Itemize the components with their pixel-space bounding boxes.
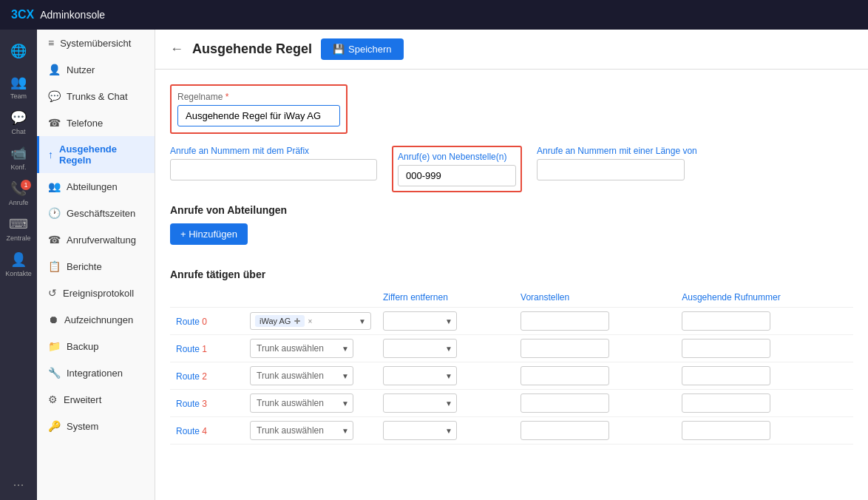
chat-label: Chat <box>11 128 25 135</box>
nav-label-erweitert: Erweitert <box>64 394 101 405</box>
kontakte-icon: 👤 <box>10 251 27 268</box>
top-header: 3CX Adminkonsole <box>0 0 868 30</box>
table-row: Route 0 iWay AG × ▼ ▼ <box>170 308 853 335</box>
voranstellen-input[interactable] <box>521 366 609 385</box>
back-button[interactable]: ← <box>170 41 183 57</box>
nav-item-abteilungen[interactable]: 👥 Abteilungen <box>37 173 155 200</box>
team-label: Team <box>10 92 27 100</box>
trunk-arrow[interactable]: ▼ <box>359 317 366 325</box>
length-label: Anrufe an Nummern mit einer Länge von <box>537 146 697 156</box>
voranstellen-input[interactable] <box>521 311 609 331</box>
sidebar-icon-zentrale[interactable]: ⌨ Zentrale <box>0 211 37 246</box>
trunk-tag-input[interactable]: iWay AG × ▼ <box>250 312 371 330</box>
nav-label-trunks: Trunks & Chat <box>67 91 128 102</box>
trunk-select-wrap: Trunk auswählen ▼ <box>250 366 353 385</box>
main-layout: 🌐 👥 Team 💬 Chat 📹 Konf. 📞 Anrufe 1 ⌨ Zen… <box>0 30 868 500</box>
geschaeft-icon: 🕐 <box>48 207 61 219</box>
team-icon: 👥 <box>10 74 27 90</box>
ziffern-select[interactable] <box>383 393 457 413</box>
route-label: Route 4 <box>176 426 213 436</box>
route-label: Route 1 <box>176 344 213 354</box>
ziffern-select-wrap: ▼ <box>383 339 457 358</box>
anrufe-badge: 1 <box>21 180 31 190</box>
nav-item-geschaeft[interactable]: 🕐 Geschäftszeiten <box>37 200 155 226</box>
extension-input[interactable] <box>398 165 516 186</box>
nav-item-berichte[interactable]: 📋 Berichte <box>37 253 155 280</box>
nav-label-ereignis: Ereignisprotokoll <box>63 288 134 299</box>
rufnummer-input[interactable] <box>682 366 770 385</box>
nav-item-anruf[interactable]: ☎ Anrufverwaltung <box>37 226 155 253</box>
ziffern-select-wrap: ▼ <box>383 421 457 440</box>
nav-item-aufzeich[interactable]: ⏺ Aufzeichnungen <box>37 306 155 333</box>
ziffern-select[interactable] <box>383 339 457 358</box>
page-header: ← Ausgehende Regel 💾 Speichern <box>155 30 868 70</box>
aufzeich-icon: ⏺ <box>48 314 58 325</box>
trunks-icon: 💬 <box>48 90 61 102</box>
rufnummer-input[interactable] <box>682 393 770 413</box>
nav-item-erweitert[interactable]: ⚙ Erweitert <box>37 386 155 413</box>
zentrale-icon: ⌨ <box>9 216 28 232</box>
integ-icon: 🔧 <box>48 367 61 379</box>
nav-item-system[interactable]: ≡ Systemübersicht <box>37 30 155 56</box>
nav-label-nutzer: Nutzer <box>67 64 95 75</box>
voranstellen-input[interactable] <box>521 339 609 358</box>
nav-item-backup[interactable]: 📁 Backup <box>37 333 155 359</box>
svg-rect-1 <box>294 320 300 322</box>
nav-item-nutzer[interactable]: 👤 Nutzer <box>37 56 155 83</box>
trunk-select[interactable]: Trunk auswählen <box>250 366 353 385</box>
ziffern-select[interactable] <box>383 311 457 331</box>
trunk-select-wrap: Trunk auswählen ▼ <box>250 393 353 413</box>
ziffern-select[interactable] <box>383 366 457 385</box>
berichte-icon: 📋 <box>48 260 61 272</box>
save-button[interactable]: 💾 Speichern <box>321 38 404 60</box>
nav-label-integ: Integrationen <box>67 368 123 379</box>
rufnummer-input[interactable] <box>682 311 770 331</box>
extension-label: Anruf(e) von Nebenstelle(n) <box>398 152 516 162</box>
route-label: Route 2 <box>176 371 213 382</box>
prefix-input[interactable] <box>170 159 377 180</box>
ziffern-select-wrap: ▼ <box>383 366 457 385</box>
nav-item-system2[interactable]: 🔑 System <box>37 413 155 439</box>
save-icon: 💾 <box>333 44 345 55</box>
trunk-select-wrap: Trunk auswählen ▼ <box>250 339 353 358</box>
nav-label-aufzeich: Aufzeichnungen <box>64 314 133 325</box>
fields-row: Anrufe an Nummern mit dem Präfix Anruf(e… <box>170 146 853 192</box>
trunk-select[interactable]: Trunk auswählen <box>250 339 353 358</box>
nav-item-ausgehende[interactable]: ↑ Ausgehende Regeln <box>37 136 155 173</box>
rufnummer-input[interactable] <box>682 421 770 440</box>
voranstellen-input[interactable] <box>521 421 609 440</box>
routes-table: Ziffern entfernen Voranstellen Ausgehend… <box>170 288 853 445</box>
nav-item-integ[interactable]: 🔧 Integrationen <box>37 359 155 386</box>
trunk-x[interactable]: × <box>308 317 312 325</box>
nav-item-ereignis[interactable]: ↺ Ereignisprotokoll <box>37 280 155 306</box>
nav-label-ausgehende: Ausgehende Regeln <box>59 143 146 166</box>
nav-label-backup: Backup <box>67 341 98 352</box>
prefix-group: Anrufe an Nummern mit dem Präfix <box>170 146 377 180</box>
trunk-select[interactable]: Trunk auswählen <box>250 393 353 413</box>
ziffern-select-wrap: ▼ <box>383 311 457 331</box>
save-label: Speichern <box>348 44 392 55</box>
voranstellen-input[interactable] <box>521 393 609 413</box>
sidebar-icon-konf[interactable]: 📹 Konf. <box>0 140 37 175</box>
sidebar-icon-kontakte[interactable]: 👤 Kontakte <box>0 246 37 282</box>
sidebar-icon-chat[interactable]: 💬 Chat <box>0 104 37 140</box>
rufnummer-input[interactable] <box>682 339 770 358</box>
col-voranstellen: Voranstellen <box>515 288 676 308</box>
add-dept-button[interactable]: + Hinzufügen <box>170 223 248 245</box>
more-icon[interactable]: ··· <box>13 477 24 493</box>
routes-section-title: Anrufe tätigen über <box>170 268 853 280</box>
rule-name-input[interactable] <box>177 105 340 126</box>
nav-label-berichte: Berichte <box>67 261 102 272</box>
nav-item-trunks[interactable]: 💬 Trunks & Chat <box>37 83 155 109</box>
sidebar-icon-globe[interactable]: 🌐 <box>0 33 37 69</box>
sidebar-icon-anrufe[interactable]: 📞 Anrufe 1 <box>0 175 37 211</box>
logo: 3CX <box>11 8 34 21</box>
nav-item-telefone[interactable]: ☎ Telefone <box>37 109 155 136</box>
nav-label-anruf: Anrufverwaltung <box>67 234 136 246</box>
length-input[interactable] <box>537 159 685 180</box>
ausgehende-icon: ↑ <box>48 149 53 161</box>
sidebar-icon-team[interactable]: 👥 Team <box>0 69 37 104</box>
trunk-select[interactable]: Trunk auswählen <box>250 421 353 440</box>
trunk-tag: iWay AG <box>255 315 305 327</box>
ziffern-select[interactable] <box>383 421 457 440</box>
